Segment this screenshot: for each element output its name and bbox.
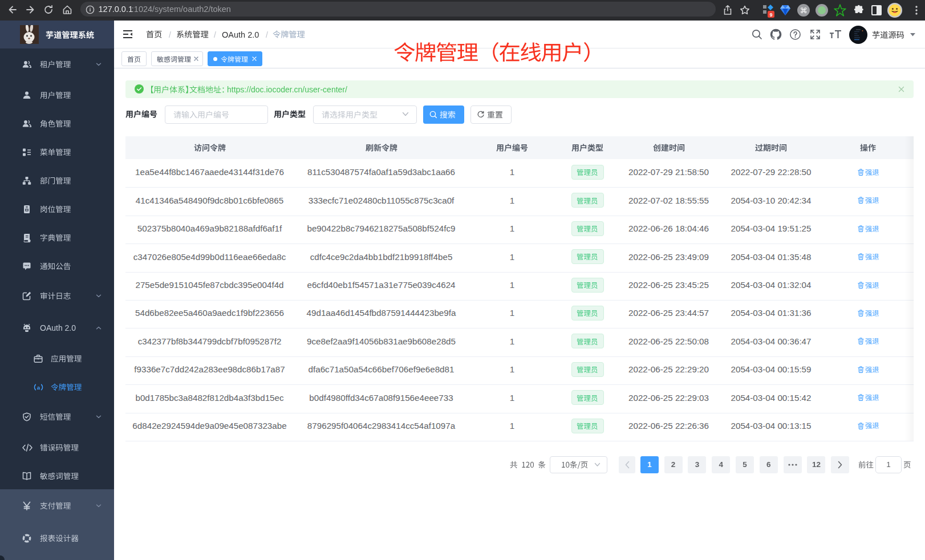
svg-text:⌘: ⌘ (800, 6, 808, 15)
svg-text:a: a (37, 384, 40, 391)
svg-text:9: 9 (769, 12, 772, 18)
